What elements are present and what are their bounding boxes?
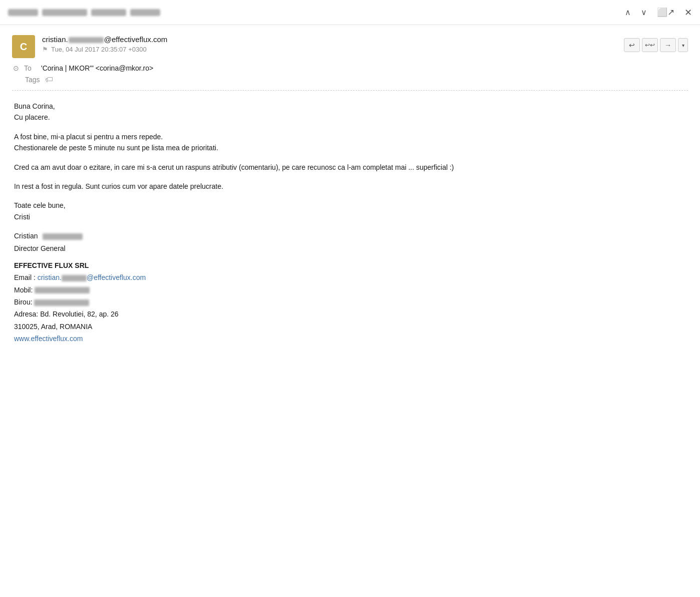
- nav-up-icon[interactable]: ∧: [625, 8, 631, 17]
- action-buttons: ↩ ↩↩ → ▾: [624, 38, 688, 52]
- birou-blurred: [34, 300, 89, 306]
- paragraph-3: Cred ca am avut doar o ezitare, in care …: [14, 162, 686, 173]
- postal-line: 310025, Arad, ROMANIA: [14, 321, 686, 332]
- add-tag-icon[interactable]: 🏷: [45, 75, 53, 84]
- birou-line: Birou:: [14, 296, 686, 308]
- sender-name-blurred: [69, 37, 104, 43]
- reply-button[interactable]: ↩: [624, 38, 640, 52]
- email-header: C cristian.@effectiveflux.com ⚑ Tue, 04 …: [12, 35, 688, 58]
- export-icon[interactable]: ⬜↗: [657, 7, 674, 18]
- forward-button[interactable]: →: [660, 38, 676, 52]
- tags-row: Tags 🏷: [12, 75, 688, 84]
- dropdown-icon: ▾: [682, 43, 684, 48]
- sig-name-line: Cristian: [14, 230, 686, 241]
- email-sig-line: Email : cristian.@effectiveflux.com: [14, 272, 686, 283]
- to-row: ⊙ To 'Corina | MKOR'" <corina@mkor.ro>: [12, 64, 688, 72]
- title-blurred-1: [8, 9, 38, 16]
- reply-all-icon: ↩↩: [645, 42, 655, 49]
- more-actions-button[interactable]: ▾: [678, 38, 688, 52]
- email-body: Buna Corina, Cu placere. A fost bine, mi…: [12, 101, 688, 345]
- window-controls: ∧ ∨ ⬜↗ ✕: [625, 7, 692, 18]
- reply-all-button[interactable]: ↩↩: [642, 38, 658, 52]
- body-divider: [12, 90, 688, 91]
- sender-area: C cristian.@effectiveflux.com ⚑ Tue, 04 …: [12, 35, 167, 58]
- email-view: C cristian.@effectiveflux.com ⚑ Tue, 04 …: [0, 25, 700, 356]
- avatar: C: [12, 35, 35, 58]
- sig-title-line: Director General: [14, 243, 686, 254]
- flag-icon: ⚑: [42, 46, 48, 53]
- company-name: EFFECTIVE FLUX SRL: [14, 260, 686, 271]
- website-line: www.effectiveflux.com: [14, 333, 686, 344]
- address-line: Adresa: Bd. Revolutiei, 82, ap. 26: [14, 309, 686, 320]
- greeting-paragraph: Buna Corina, Cu placere.: [14, 101, 686, 123]
- sender-email: cristian.@effectiveflux.com: [42, 35, 167, 44]
- email-link-blurred: [62, 275, 87, 281]
- to-label: To: [24, 64, 36, 72]
- close-icon[interactable]: ✕: [684, 7, 692, 18]
- paragraph-4: In rest a fost in regula. Sunt curios cu…: [14, 181, 686, 192]
- to-value: 'Corina | MKOR'" <corina@mkor.ro>: [41, 64, 153, 72]
- paragraph-2: A fost bine, mi-a placut si pentru a mer…: [14, 131, 686, 154]
- title-blurred-3: [91, 9, 126, 16]
- closing: Toate cele bune, Cristi: [14, 200, 686, 222]
- mobil-line: Mobil:: [14, 284, 686, 295]
- sender-info: cristian.@effectiveflux.com ⚑ Tue, 04 Ju…: [42, 35, 167, 53]
- forward-icon: →: [664, 41, 671, 49]
- title-blurred-4: [130, 9, 160, 16]
- email-link[interactable]: cristian.@effectiveflux.com: [38, 273, 146, 281]
- reply-icon: ↩: [629, 41, 635, 49]
- signature: Cristian Director General EFFECTIVE FLUX…: [14, 230, 686, 345]
- sender-date: ⚑ Tue, 04 Jul 2017 20:35:07 +0300: [42, 46, 167, 53]
- website-link[interactable]: www.effectiveflux.com: [14, 335, 83, 343]
- mobil-blurred: [35, 287, 90, 293]
- top-bar: ∧ ∨ ⬜↗ ✕: [0, 0, 700, 25]
- nav-down-icon[interactable]: ∨: [641, 8, 647, 17]
- sig-name-blurred: [43, 233, 83, 240]
- title-blurred-2: [42, 9, 87, 16]
- tags-label: Tags: [13, 76, 40, 84]
- expand-recipients-icon[interactable]: ⊙: [13, 64, 19, 72]
- title-area: [8, 9, 160, 16]
